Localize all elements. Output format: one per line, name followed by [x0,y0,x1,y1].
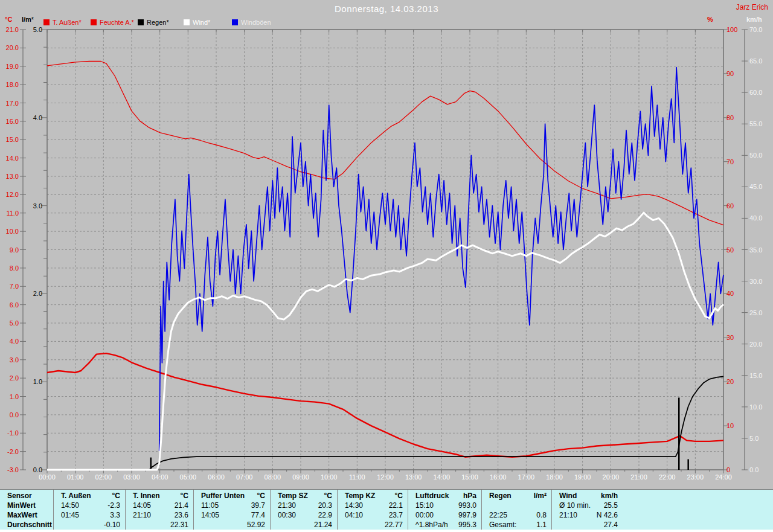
cell-value: 3.3 [110,510,120,520]
cell-value: 0.8 [536,510,547,520]
table-header-cell: Regenl/m² [482,491,551,501]
cell-time: MaxWert [5,510,37,520]
cell-value: -2.3 [107,501,120,510]
table-column-content: Regenl/m²22:250.8Gesamt:1.1 [482,491,551,530]
table-cell: 14:3022.1 [338,501,408,510]
percent-tick-label: 60 [726,202,745,210]
time-tick-label: 02:00 [90,473,117,481]
celsius-tick-label: 2.0 [0,374,19,382]
table-cell: 14:0521.4 [126,501,193,510]
cell-time: 00:30 [275,510,296,520]
celsius-tick-label: 14.0 [0,155,19,162]
celsius-tick-label: 1.0 [0,393,19,400]
kmh-tick-label: 60.0 [749,89,772,96]
cell-time: Temp SZ [275,491,308,501]
celsius-tick-label: 6.0 [0,301,19,309]
kmh-tick-label: 0.0 [749,466,772,473]
celsius-tick-label: 5.0 [0,319,19,327]
cell-value: hPa [463,491,476,501]
percent-tick-label: 10 [726,422,745,429]
celsius-tick-label: 17.0 [0,100,19,107]
table-header-cell: MaxWert [0,510,53,520]
celsius-tick-label: 9.0 [0,246,19,254]
celsius-tick-label: 13.0 [0,173,19,180]
cell-value: 23.6 [175,510,188,520]
time-tick-label: 17:00 [513,473,539,481]
kmh-tick-label: 15.0 [749,372,772,379]
cell-time: 04:10 [342,510,363,520]
cell-value: 1.1 [536,520,547,530]
table-column-content: Temp KZ°C14:3022.104:1023.722.77 [338,491,408,530]
cell-value: -0.10 [104,520,120,530]
cell-value: 22.77 [385,520,403,530]
liters-tick-label: 5.0 [22,26,42,33]
table-row-labels: SensorMinWertMaxWertDurchschnitt [0,490,53,530]
time-tick-label: 18:00 [541,473,568,481]
cell-time [557,520,559,530]
celsius-tick-label: -3.0 [0,466,19,473]
cell-value: °C [324,491,332,501]
cell-time: 21:10 [130,510,151,520]
cell-value: °C [257,491,265,501]
cell-time: Wind [557,491,577,501]
time-tick-label: 07:00 [231,473,258,481]
kmh-tick-label: 5.0 [749,435,772,442]
cell-value: 25.5 [604,501,618,510]
percent-tick-label: 40 [726,290,745,297]
percent-tick-label: 50 [726,246,745,254]
kmh-tick-label: 30.0 [749,278,772,285]
celsius-tick-label: 11.0 [0,210,19,217]
cell-time: 21:10 [557,510,577,520]
summary-table: SensorMinWertMaxWertDurchschnittT. Außen… [0,489,773,530]
cell-time: ^1.8hPa/h [413,520,448,530]
kmh-tick-label: 40.0 [749,214,772,222]
weather-station-window: Donnerstag, 14.03.2013 Jarz Erich °C l/m… [0,0,773,532]
table-cell: 11:0539.7 [194,501,270,510]
table-cell: 15:10993.0 [408,501,481,510]
cell-time: T. Innen [130,491,160,501]
table-column-regen: Regenl/m²22:250.8Gesamt:1.1 [481,490,551,530]
table-cell: Ø 10 min.25.5 [552,501,623,510]
table-cell: ^1.8hPa/h995.3 [408,520,481,530]
cell-time: Temp KZ [342,491,375,501]
table-header-cell: Sensor [0,491,53,501]
table-cell: 21:3020.3 [271,501,337,510]
cell-time: Ø 10 min. [557,501,591,510]
table-column-content: Puffer Unten°C11:0539.714:0577.452.92 [194,491,270,530]
celsius-tick-label: 15.0 [0,136,19,143]
cell-time: 14:30 [342,501,363,510]
table-column-t-innen: T. Innen°C14:0521.421:1023.622.31 [125,490,193,530]
table-header-cell: Temp SZ°C [271,491,337,501]
time-tick-label: 14:00 [428,473,455,481]
cell-time [275,520,278,530]
time-tick-label: 05:00 [175,473,201,481]
cell-time: 14:05 [199,510,219,520]
cell-time: MinWert [5,501,36,510]
celsius-tick-label: 16.0 [0,118,19,125]
table-column-content: T. Außen°C14:50-2.301:453.3-0.10 [54,491,125,530]
table-cell: 21:1023.6 [126,510,193,520]
cell-time: Puffer Unten [199,491,245,501]
liters-tick-label: 0.0 [22,466,42,473]
table-column-temp-kz: Temp KZ°C14:3022.104:1023.722.77 [337,490,408,530]
table-column-content: Temp SZ°C21:3020.300:3022.921.24 [271,491,337,530]
table-column-luftdruck: LuftdruckhPa15:10993.000:00997.9^1.8hPa/… [408,490,481,530]
cell-time: Durchschnitt [5,520,52,530]
celsius-tick-label: 3.0 [0,356,19,364]
celsius-tick-label: 10.0 [0,228,19,235]
time-tick-label: 03:00 [118,473,145,481]
time-tick-label: 19:00 [569,473,596,481]
cell-value: 39.7 [251,501,265,510]
cell-value: °C [181,491,188,501]
cell-value: 23.7 [389,510,403,520]
cell-value: °C [395,491,403,501]
kmh-tick-label: 10.0 [749,403,772,411]
percent-tick-label: 30 [726,334,745,341]
percent-tick-label: 100 [726,26,745,33]
celsius-tick-label: 21.0 [0,26,19,33]
cell-value: 21.4 [175,501,188,510]
cell-value: 27.4 [604,520,618,530]
table-cell: 22.77 [338,520,408,530]
kmh-tick-label: 50.0 [749,152,772,159]
kmh-tick-label: 20.0 [749,341,772,348]
